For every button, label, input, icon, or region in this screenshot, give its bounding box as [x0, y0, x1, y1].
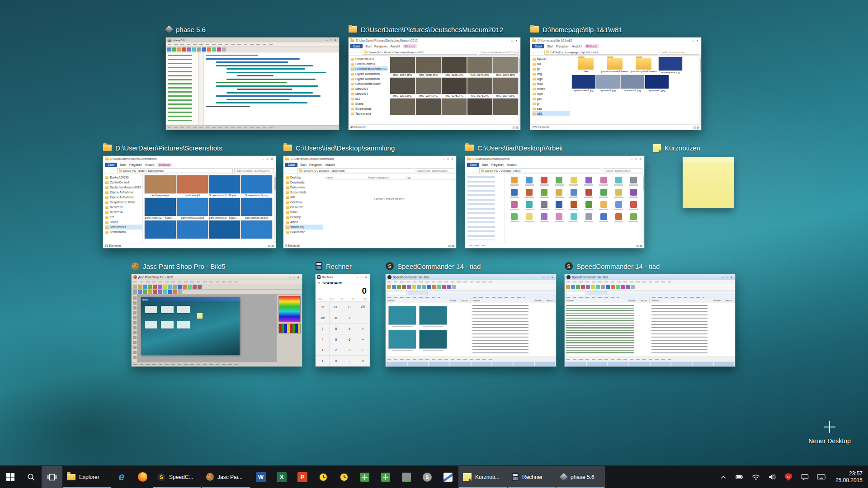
file-item[interactable] — [209, 221, 240, 242]
calculator-window-thumbnail[interactable]: Rechner – □ ✕ ≡ STANDARD 0 MCMRM+M−MS %C… — [316, 274, 370, 366]
toolbar-button[interactable] — [178, 290, 182, 294]
tab-bildtools[interactable]: Bildtools — [157, 163, 172, 167]
taskview-tile-jasc[interactable]: Jasc Paint Shop Pro - Bild5 Jasc Paint S… — [132, 261, 302, 366]
tab-datei[interactable]: Datei — [105, 163, 117, 167]
function-key[interactable] — [651, 362, 671, 366]
toolbar-button[interactable] — [153, 285, 157, 289]
file-item[interactable] — [597, 177, 610, 186]
tree-item[interactable]: Technorama — [350, 111, 388, 116]
file-item[interactable]: apswansea2.jpg — [572, 75, 595, 92]
breadcrumb[interactable]: Dieser PC › Bilder › DeutschesMuseum2012 — [363, 50, 478, 55]
speedcommander-window-thumbnail-1[interactable]: SpeedCommander 14 - tiad – □ ✕ Name Größ… — [386, 274, 556, 366]
file-item[interactable]: Screenshot (3) - Kopie.png — [209, 198, 240, 220]
file-item[interactable] — [612, 177, 625, 186]
search-input[interactable]: "DeutschesMuseum2012" durchsu... — [479, 50, 519, 55]
function-key-bar[interactable] — [565, 361, 735, 366]
toolbar-button[interactable] — [188, 285, 192, 289]
arbeit-window-thumbnail[interactable]: C:\Users\tiad\Desktop\Arbeit – □ ✕ Datei… — [465, 156, 644, 248]
memory-button[interactable]: MC — [318, 297, 322, 301]
column-size[interactable]: Größe — [447, 299, 458, 303]
taskbar-word-button[interactable]: W — [250, 466, 271, 488]
calculator-key[interactable]: C — [343, 302, 356, 313]
search-input[interactable]: "sammlung" durchsuchen — [415, 168, 454, 173]
tab-ansicht[interactable]: Ansicht — [325, 163, 335, 166]
sticky-note-thumbnail[interactable] — [683, 157, 734, 208]
view-toggle-icons[interactable]: ▤ ▦ — [448, 244, 454, 247]
calculator-key[interactable]: = — [356, 356, 369, 366]
path-bar[interactable] — [565, 295, 650, 299]
toolbar-button[interactable] — [168, 290, 172, 294]
calculator-key[interactable]: ± — [316, 356, 329, 366]
toolbar-button[interactable] — [173, 285, 177, 289]
file-item[interactable] — [567, 201, 581, 210]
calculator-key[interactable]: 7 — [316, 324, 329, 334]
tree-item[interactable]: go — [532, 66, 570, 71]
window-controls[interactable]: – □ ✕ — [543, 276, 554, 279]
tray-touch-keyboard-button[interactable] — [813, 466, 829, 488]
tree-item[interactable]: Metz2013 — [350, 86, 388, 91]
forward-icon[interactable]: → — [109, 169, 113, 172]
path-bar[interactable] — [386, 295, 471, 299]
breadcrumb[interactable]: Dieser PC › Desktop › sammlung — [297, 168, 414, 173]
toolbar-button[interactable] — [133, 290, 137, 294]
tree-item[interactable]: Desktop — [285, 215, 323, 220]
toolbar-button[interactable] — [566, 285, 570, 289]
image-document-window[interactable]: Bild5 — [141, 297, 240, 355]
memory-button[interactable]: M+ — [341, 297, 345, 301]
toolbar-button[interactable] — [596, 285, 600, 289]
tab-datei[interactable]: Datei — [350, 44, 363, 48]
taskview-tile-arbeit[interactable]: C:\Users\tiad\Desktop\Arbeit C:\Users\ti… — [465, 143, 644, 248]
calculator-key[interactable]: 1 — [316, 345, 329, 356]
image-file-item[interactable] — [388, 306, 416, 327]
tab-freigeben[interactable]: Freigeben — [309, 163, 322, 166]
calculator-key[interactable]: 9 — [343, 324, 356, 334]
tab-ansicht[interactable]: Ansicht — [572, 45, 581, 48]
toolbar-button[interactable] — [177, 47, 181, 52]
tree-item[interactable]: Metz2014 — [105, 210, 142, 215]
taskbar-explorer-button[interactable]: Explorer — [62, 466, 111, 488]
tree-item[interactable]: Gespeicherte Bilder — [105, 200, 142, 205]
file-list-area[interactable]: filesjunction-name-Dateienjunction-pfad-… — [570, 56, 701, 124]
file-item[interactable] — [597, 213, 610, 222]
tab-ansicht[interactable]: Ansicht — [145, 163, 154, 166]
tray-network-button[interactable] — [748, 466, 764, 488]
column-size[interactable]: Größe — [532, 299, 543, 303]
toolbar-button[interactable] — [626, 285, 630, 289]
function-key[interactable] — [671, 362, 692, 366]
speedcommander-window-thumbnail-2[interactable]: SpeedCommander 14 - tiad – □ ✕ Name Größ… — [565, 274, 735, 366]
toolbar-button[interactable] — [631, 285, 635, 289]
file-pane-right[interactable]: Name Größe Datum — [650, 295, 736, 357]
tree-item[interactable]: DeutschesMuseum2012 — [105, 185, 142, 190]
function-key[interactable] — [566, 362, 586, 366]
file-item[interactable]: IMG_0274.JPG — [416, 78, 441, 98]
folder-tree[interactable]: tilp-1&1diagoimglogomdamorexmphpcxprseuw… — [530, 56, 570, 124]
tree-item[interactable]: morex — [532, 86, 570, 91]
forward-icon[interactable]: → — [355, 51, 358, 54]
function-key[interactable] — [587, 362, 607, 366]
folder-tabs[interactable] — [386, 291, 556, 295]
tree-item[interactable]: Scans — [105, 220, 142, 225]
taskbar-green-app-button-2[interactable] — [375, 466, 396, 488]
file-item[interactable]: Screenshot (1) - Kopie.png — [209, 175, 240, 197]
back-icon[interactable]: ← — [285, 169, 288, 172]
toolbar-button[interactable] — [387, 285, 391, 289]
file-item[interactable]: apswan1.jpg — [596, 75, 620, 92]
forward-icon[interactable]: → — [290, 169, 293, 172]
up-icon[interactable]: ↑ — [359, 51, 361, 54]
file-item[interactable] — [538, 201, 551, 210]
up-icon[interactable]: ↑ — [541, 51, 543, 54]
up-icon[interactable]: ↑ — [294, 169, 296, 172]
file-list[interactable] — [565, 303, 650, 357]
tree-item[interactable]: logo — [532, 76, 570, 81]
tab-datei[interactable]: Datei — [285, 163, 297, 167]
tree-item[interactable]: Screenshots — [350, 106, 388, 111]
path-bar[interactable] — [650, 295, 735, 299]
file-item[interactable] — [627, 189, 640, 198]
path-bar[interactable] — [471, 295, 556, 299]
file-list[interactable] — [471, 303, 556, 357]
toolbar-button[interactable] — [192, 47, 196, 52]
taskbar-speedcommander-button[interactable]: S SpeedC... — [153, 466, 202, 488]
tab-bildtools[interactable]: Bildtools — [585, 44, 599, 48]
tree-item[interactable]: mda — [532, 81, 570, 86]
function-key[interactable] — [450, 362, 471, 366]
